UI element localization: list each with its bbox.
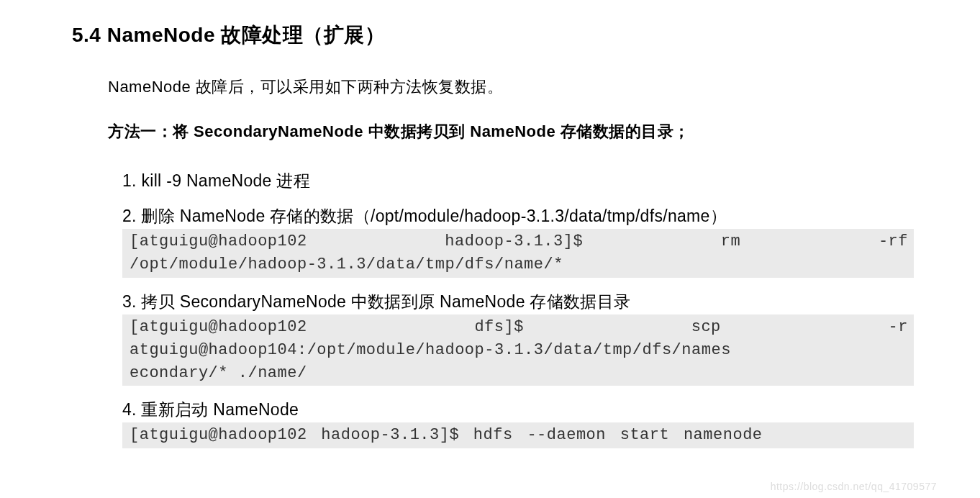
step-4-code: [atguigu@hadoop102 hadoop-3.1.3]$ hdfs -… (122, 422, 914, 448)
code-line: econdary/* ./name/ (130, 362, 908, 385)
step-3-code: [atguigu@hadoop102 dfs]$ scp -r atguigu@… (122, 314, 914, 386)
step-3-title: 3. 拷贝 SecondaryNameNode 中数据到原 NameNode 存… (122, 291, 912, 313)
step-2-title: 2. 删除 NameNode 存储的数据（/opt/module/hadoop-… (122, 205, 912, 227)
code-line: atguigu@hadoop104:/opt/module/hadoop-3.1… (130, 339, 908, 362)
step-2-code: [atguigu@hadoop102 hadoop-3.1.3]$ rm -rf… (122, 229, 914, 278)
code-line: [atguigu@hadoop102 hadoop-3.1.3]$ rm -rf (130, 230, 908, 253)
step-2: 2. 删除 NameNode 存储的数据（/opt/module/hadoop-… (122, 205, 912, 278)
code-line: [atguigu@hadoop102 dfs]$ scp -r (130, 316, 908, 339)
steps-container: 1. kill -9 NameNode 进程 2. 删除 NameNode 存储… (122, 170, 912, 448)
code-line: /opt/module/hadoop-3.1.3/data/tmp/dfs/na… (130, 253, 908, 276)
section-heading: 5.4 NameNode 故障处理（扩展） (72, 22, 912, 49)
step-1-title: 1. kill -9 NameNode 进程 (122, 170, 912, 192)
step-1: 1. kill -9 NameNode 进程 (122, 170, 912, 192)
code-line: [atguigu@hadoop102 hadoop-3.1.3]$ hdfs -… (130, 424, 908, 447)
step-4-title: 4. 重新启动 NameNode (122, 399, 912, 421)
method-one-title: 方法一：将 SecondaryNameNode 中数据拷贝到 NameNode … (108, 121, 912, 142)
intro-paragraph: NameNode 故障后，可以采用如下两种方法恢复数据。 (108, 76, 912, 98)
step-3: 3. 拷贝 SecondaryNameNode 中数据到原 NameNode 存… (122, 291, 912, 386)
step-4: 4. 重新启动 NameNode [atguigu@hadoop102 hado… (122, 399, 912, 448)
watermark-text: https://blog.csdn.net/qq_41709577 (771, 481, 937, 492)
